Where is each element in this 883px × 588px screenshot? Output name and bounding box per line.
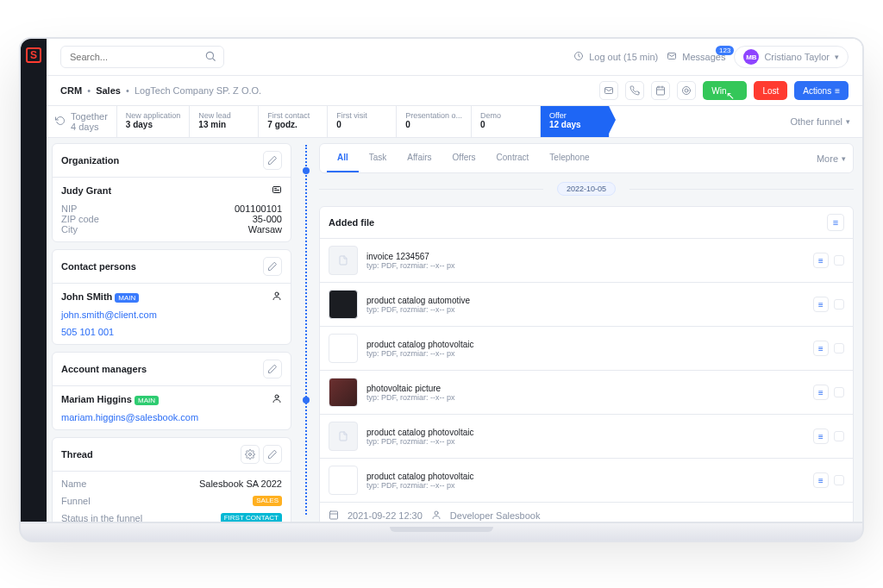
win-button[interactable]: Win↖ [703,81,747,100]
phone-action-icon[interactable] [625,81,644,100]
org-field: NIP001100101 [61,203,282,214]
search-icon [204,50,216,64]
sales-badge: SALES [253,496,282,506]
lost-button[interactable]: Lost [754,81,787,100]
managers-card: Account managers Mariam Higgins MAIN mar… [52,352,291,430]
edit-icon[interactable] [263,445,282,464]
pipeline-stage[interactable]: New lead13 min [190,106,259,137]
tab-task[interactable]: Task [359,144,398,172]
thread-funnel-label: Funnel [61,496,91,506]
file-group-title: Added file [329,217,374,228]
file-checkbox[interactable] [834,343,844,353]
file-name: product catalog photovoltaic [366,340,474,349]
organization-name: Judy Grant [61,185,111,196]
avatar: MB [743,49,759,65]
hamburger-icon: ≡ [835,86,840,96]
messages-link[interactable]: Messages 123 [667,51,725,63]
file-checkbox[interactable] [834,431,844,441]
gear-icon[interactable] [241,445,260,464]
edit-icon[interactable] [263,257,282,276]
pipeline-stage[interactable]: First visit0 [328,106,397,137]
file-name: photovoltaic picture [366,384,455,393]
svg-point-9 [683,87,691,95]
pipeline-stage[interactable]: Offer12 days [541,106,610,137]
search-box[interactable] [60,46,224,68]
file-meta: typ: PDF, rozmiar: --x-- px [366,261,455,270]
file-row[interactable]: product catalog photovoltaictyp: PDF, ro… [320,459,853,502]
edit-icon[interactable] [263,151,282,170]
user-icon [431,510,442,522]
pipeline-stage[interactable]: First contact7 godz. [259,106,328,137]
user-menu[interactable]: MB Cristiano Taylor ▾ [734,46,849,68]
mail-action-icon[interactable] [599,81,618,100]
file-row[interactable]: product catalog photovoltaictyp: PDF, ro… [320,415,853,459]
tabs-more[interactable]: More▾ [817,153,846,164]
cursor-icon: ↖ [726,90,735,102]
contact-phone[interactable]: 505 101 001 [61,327,282,337]
chevron-down-icon: ▾ [842,154,846,163]
pipeline-stage[interactable]: Demo0 [472,106,541,137]
file-row[interactable]: invoice 1234567typ: PDF, rozmiar: --x-- … [320,239,853,283]
funnel-selector[interactable]: Other funnel▾ [778,106,862,137]
file-group: Added file ≡ invoice 1234567typ: PDF, ro… [319,206,854,522]
contacts-title: Contact persons [61,261,136,272]
file-thumb [329,378,358,407]
clock-icon [573,51,584,63]
managers-title: Account managers [61,364,147,374]
target-action-icon[interactable] [677,81,696,100]
calendar-action-icon[interactable] [651,81,670,100]
file-menu-icon[interactable]: ≡ [813,428,829,444]
main-badge: MAIN [115,293,139,303]
messages-count: 123 [716,46,734,55]
group-menu-icon[interactable]: ≡ [827,214,844,231]
card-icon[interactable] [272,185,282,197]
file-checkbox[interactable] [834,255,844,266]
app-logo: S [26,47,41,63]
left-column: Organization Judy Grant NIP001100101ZIP … [47,138,297,522]
search-input[interactable] [68,51,204,63]
file-checkbox[interactable] [834,299,844,310]
tab-affairs[interactable]: Affairs [397,144,442,172]
status-badge: FIRST CONTACT [221,513,282,522]
file-menu-icon[interactable]: ≡ [813,472,829,488]
user-icon[interactable] [272,291,282,303]
edit-icon[interactable] [263,360,282,378]
pipeline-stage[interactable]: New application3 days [117,106,191,137]
logout-link[interactable]: Log out (15 min) [573,51,658,63]
contact-email[interactable]: john.smith@client.com [61,310,282,320]
file-thumb [329,246,358,275]
file-row[interactable]: product catalog photovoltaictyp: PDF, ro… [320,327,853,371]
tab-offers[interactable]: Offers [442,144,486,172]
timeline-dot [303,167,310,174]
file-thumb [329,466,358,495]
footer-author: Developer Salesbook [450,510,541,521]
tab-telephone[interactable]: Telephone [539,144,599,172]
svg-rect-3 [668,53,676,59]
actions-menu-button[interactable]: Actions ≡ [794,81,849,100]
file-row[interactable]: photovoltaic picturetyp: PDF, rozmiar: -… [320,371,853,415]
file-menu-icon[interactable]: ≡ [813,341,829,356]
file-meta: typ: PDF, rozmiar: --x-- px [366,349,474,358]
pipeline-stage[interactable]: Presentation o...0 [397,106,472,137]
tab-all[interactable]: All [327,144,359,172]
file-name: product catalog automotive [366,296,470,305]
file-menu-icon[interactable]: ≡ [813,297,829,312]
manager-email[interactable]: mariam.higgins@salesbook.com [61,412,282,422]
file-meta: typ: PDF, rozmiar: --x-- px [366,481,474,490]
messages-label: Messages [682,52,725,62]
svg-line-1 [213,59,216,61]
org-field: ZIP code35-000 [61,214,282,224]
thread-title: Thread [61,449,93,460]
file-checkbox[interactable] [834,475,844,485]
file-checkbox[interactable] [834,387,844,397]
file-menu-icon[interactable]: ≡ [813,385,829,400]
chevron-down-icon: ▾ [846,117,850,126]
file-row[interactable]: product catalog automotivetyp: PDF, rozm… [320,283,853,327]
user-icon[interactable] [272,393,282,405]
file-menu-icon[interactable]: ≡ [813,253,829,268]
file-name: invoice 1234567 [366,252,455,261]
svg-point-14 [275,292,279,296]
main-badge: MAIN [135,396,159,405]
history-icon [55,116,66,128]
tab-contract[interactable]: Contract [486,144,540,172]
